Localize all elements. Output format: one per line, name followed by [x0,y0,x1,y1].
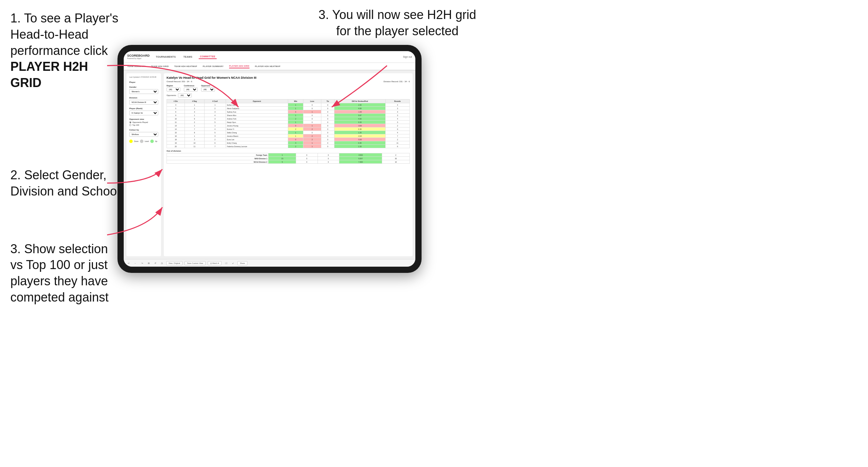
division-section: Division NCAA Division III [129,97,158,105]
cell-rounds: 3 [385,107,409,110]
cell-loss: 0 [303,131,321,134]
legend-up-label: Up [155,140,157,142]
toolbar-redo[interactable]: ↪ [140,261,144,265]
cell-diff: 4.00 [334,117,385,121]
cell-div: 3 [167,103,185,107]
cell-win: 1 [288,134,303,138]
instruction-1: 1. To see a Player's Head-to-Head perfor… [10,10,121,91]
opponent-label: Opponent [201,85,215,87]
cell-tie: 0 [321,134,334,138]
table-row: 18 2 2 Euna Lee 0 2 0 -5.00 2 [167,138,410,141]
out-of-division-label: Out of division [167,150,410,152]
division-label: Division [129,97,158,99]
gender-select[interactable]: Women's [129,89,158,94]
nav-tournaments[interactable]: TOURNAMENTS [154,55,177,59]
table-row: 16 1 3 Jessica Mason 1 2 0 -0.94 7 [167,134,410,138]
toolbar-refresh[interactable]: ↺ [153,261,158,265]
h2h-table: # Div # Reg # Conf Opponent Win Loss Tie… [167,99,410,148]
cell-div: 20 [167,145,185,148]
toolbar-watch[interactable]: ◎ Watch ▾ [208,261,221,265]
table-row: 3 1 1 Esther Lee 1 0 0 1.50 4 [167,103,410,107]
toolbar-clock[interactable]: ◷ [160,261,164,265]
cell-diff: 0.38 [334,127,385,131]
sign-out[interactable]: Sign out [403,56,412,58]
cell-conf: 3 [204,134,226,138]
sub-nav-player-summary[interactable]: PLAYER SUMMARY [203,65,224,68]
nav-committee[interactable]: COMMITTEE [199,55,217,59]
cell-win: 2 [288,127,303,131]
out-table-row: NAIA Division 1 15 0 0 9.267 30 [167,157,410,160]
sub-nav-team-summary[interactable]: TEAM SUMMARY [127,65,145,68]
player-rank-select[interactable]: 8. Katelyn Vo [129,111,158,115]
toolbar-back[interactable]: ← [133,261,138,265]
instructions-left: 1. To see a Player's Head-to-Head perfor… [0,0,131,315]
cell-reg: 3 [185,110,205,114]
sub-nav-team-h2h-grid[interactable]: TEAM H2H GRID [151,65,169,68]
cell-div: 5 [167,107,185,110]
instruction-3a: 3. Show selection vs Top 100 or just pla… [10,241,121,306]
cell-rounds: 4 [385,103,409,107]
sub-nav-player-h2h-heatmap[interactable]: PLAYER H2H HEATMAP [255,65,281,68]
division-select[interactable]: NCAA Division III [129,100,158,105]
out-cell-tie: 0 [318,157,339,160]
toolbar-download[interactable]: ↙ [231,261,235,265]
cell-loss: 2 [303,138,321,141]
toolbar-grid[interactable]: ⊞ [147,261,151,265]
cell-win: 1 [288,114,303,117]
region-select[interactable]: (All) [167,87,180,92]
conference-select[interactable]: (All) [184,87,198,92]
cell-div: 19 [167,141,185,145]
out-cell-win: 5 [268,160,296,164]
opponents-filter-select[interactable]: (All) [178,93,192,97]
col-reg: # Reg [185,99,205,103]
cell-diff: -0.94 [334,134,385,138]
opponent-select[interactable]: (All) [201,87,215,92]
cell-opponent: Euna Lee [226,138,288,141]
cell-tie: 0 [321,127,334,131]
out-cell-name: NCAA Division 2 [167,160,268,164]
tablet-frame: SCOREBOARD Powered by clippd TOURNAMENTS… [117,45,422,273]
opponents-row: Opponents: (All) [167,93,410,97]
toolbar-view-original[interactable]: View: Original [166,261,183,265]
colour-by-select[interactable]: Win/loss [129,132,158,137]
cell-win: 0 [288,110,303,114]
sub-nav-player-h2h-grid[interactable]: PLAYER H2H GRID [229,64,249,68]
cell-rounds: 2 [385,124,409,127]
cell-tie: 0 [321,107,334,110]
table-row: 6 3 3 Sydney Kuo 0 1 0 -1.00 3 [167,110,410,114]
cell-diff: -1.00 [334,110,385,114]
cell-conf: 4 [204,114,226,117]
cell-conf: 4 [204,127,226,131]
toolbar-share[interactable]: Share [237,261,247,265]
sub-nav-team-h2h-heatmap[interactable]: TEAM H2H HEATMAP [174,65,197,68]
cell-loss: 0 [303,117,321,121]
cell-tie: 0 [321,145,334,148]
conference-filter: Conference (All) [184,85,198,92]
cell-diff: 1.33 [334,145,385,148]
toolbar-undo[interactable]: ↩ [126,261,131,265]
table-row: 10 6 3 Andrea York 2 0 0 4.00 4 [167,117,410,121]
sub-nav: TEAM SUMMARY TEAM H2H GRID TEAM H2H HEAT… [124,63,415,70]
cell-conf: 1 [204,124,226,127]
col-loss: Loss [303,99,321,103]
toolbar-save-custom[interactable]: Save Custom View [185,261,205,265]
nav-teams[interactable]: TEAMS [182,55,194,59]
out-table-row: Foreign Team 1 0 0 4.500 2 [167,153,410,157]
division-record: Division Record: 331 - 34 - 6 [384,80,410,83]
toolbar-share-icon[interactable]: ⬜ [224,261,229,265]
out-cell-win: 1 [268,153,296,157]
cell-loss: 0 [303,114,321,117]
radio-top-100[interactable]: Top 100 [129,124,158,126]
main-content: Last Updated: 27/03/2024 16:55:38 Player… [124,70,415,259]
table-row: 19 10 6 Emily Chang 4 1 0 0.30 11 [167,141,410,145]
cell-reg: 1 [185,124,205,127]
cell-rounds: 4 [385,117,409,121]
nav-items: TOURNAMENTS TEAMS COMMITTEE [154,55,403,59]
cell-reg: 10 [185,141,205,145]
cell-win: 4 [288,141,303,145]
out-of-division-table: Foreign Team 1 0 0 4.500 2 NAIA Division… [167,153,410,164]
gender-section: Gender Women's [129,86,158,94]
cell-tie: 0 [321,110,334,114]
cell-opponent: Eunice Yi [226,127,288,131]
radio-opponents-played[interactable]: Opponents Played [129,121,158,123]
